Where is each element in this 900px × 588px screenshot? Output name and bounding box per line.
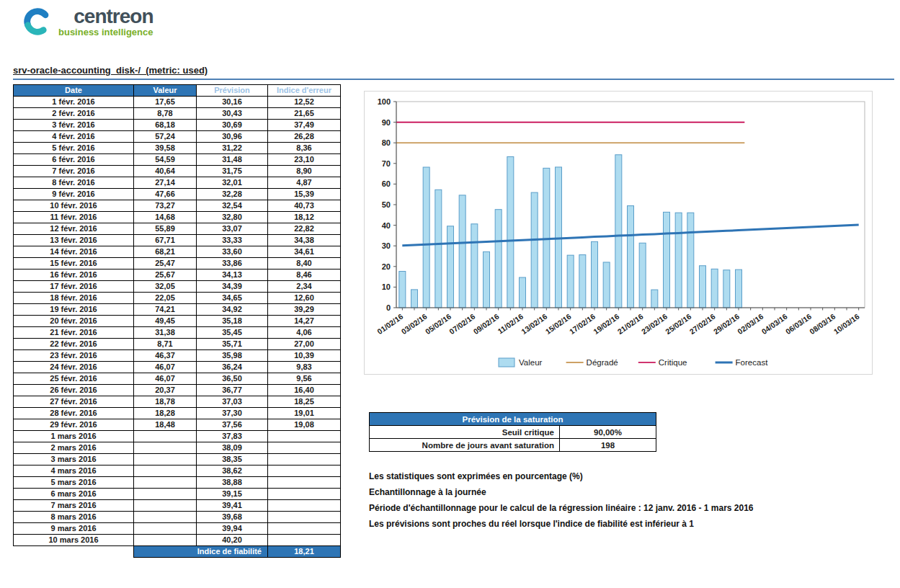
svg-text:02/03/16: 02/03/16: [736, 312, 765, 336]
table-cell: 23,10: [268, 154, 341, 166]
table-cell: 34,65: [197, 293, 268, 304]
svg-text:05/02/16: 05/02/16: [424, 312, 453, 336]
table-cell: 14,68: [134, 212, 197, 223]
svg-text:40: 40: [382, 221, 391, 230]
table-cell: 1 mars 2016: [14, 431, 134, 442]
table-cell: 18,12: [268, 212, 341, 223]
table-cell: 33,86: [197, 258, 268, 270]
svg-text:Forecast: Forecast: [736, 358, 769, 367]
table-cell: 26,28: [268, 131, 341, 143]
table-cell: 34,92: [197, 304, 268, 316]
table-cell: 27,14: [134, 177, 197, 189]
svg-text:11/02/16: 11/02/16: [496, 312, 525, 336]
table-cell: [134, 512, 197, 523]
saturation-value: 198: [560, 439, 656, 452]
table-cell: 31,75: [197, 166, 268, 177]
table-cell: 21 févr. 2016: [14, 327, 134, 339]
table-cell: 16 févr. 2016: [14, 270, 134, 281]
table-row: 7 févr. 201640,6431,758,90: [14, 166, 341, 177]
table-cell: [134, 431, 197, 442]
table-cell: 11 févr. 2016: [14, 212, 134, 223]
table-cell: 2,34: [268, 281, 341, 293]
table-cell: 24 févr. 2016: [14, 362, 134, 373]
svg-text:Valeur: Valeur: [519, 358, 543, 367]
table-row: 17 févr. 201632,0534,392,34: [14, 281, 341, 293]
saturation-label: Seuil critique: [370, 426, 560, 439]
table-cell: 25 févr. 2016: [14, 373, 134, 385]
svg-text:08/03/16: 08/03/16: [808, 312, 837, 336]
table-cell: 34,61: [268, 246, 341, 258]
table-row: 6 févr. 201654,5931,4823,10: [14, 154, 341, 166]
table-cell: 37,03: [197, 396, 268, 408]
table-cell: 22,82: [268, 223, 341, 235]
svg-text:70: 70: [382, 159, 391, 168]
table-cell: 15,39: [268, 189, 341, 200]
table-cell: 35,18: [197, 316, 268, 327]
table-cell: [134, 454, 197, 466]
table-cell: 46,07: [134, 362, 197, 373]
table-cell: 38,09: [197, 442, 268, 454]
note-line: Les prévisions sont proches du réel lors…: [369, 516, 754, 532]
table-cell: 10 mars 2016: [14, 535, 134, 546]
table-cell: [134, 489, 197, 500]
centreon-logo: centreon business intelligence: [22, 6, 153, 40]
table-cell: 34,39: [197, 281, 268, 293]
table-cell: 8,40: [268, 258, 341, 270]
table-cell: 31,38: [134, 327, 197, 339]
table-cell: 14 févr. 2016: [14, 246, 134, 258]
table-cell: 17,65: [134, 97, 197, 108]
table-row: 8 mars 201639,68: [14, 512, 341, 523]
table-cell: 22,05: [134, 293, 197, 304]
table-footer-row: Indice de fiabilité 18,21: [14, 546, 341, 558]
table-row: 7 mars 201639,41: [14, 500, 341, 512]
table-cell: 74,21: [134, 304, 197, 316]
table-cell: 10 févr. 2016: [14, 200, 134, 212]
table-cell: 57,24: [134, 131, 197, 143]
svg-text:80: 80: [382, 138, 391, 147]
table-cell: 39,58: [134, 143, 197, 154]
note-line: Les statistiques sont exprimées en pourc…: [369, 468, 754, 484]
table-cell: 12,52: [268, 97, 341, 108]
centreon-logo-icon: [22, 6, 53, 40]
svg-text:29/02/16: 29/02/16: [712, 312, 741, 336]
table-row: 2 mars 201638,09: [14, 442, 341, 454]
table-row: 4 mars 201638,62: [14, 466, 341, 477]
table-row: 27 févr. 201618,7837,0318,25: [14, 396, 341, 408]
table-cell: [268, 442, 341, 454]
table-cell: [134, 477, 197, 489]
table-row: 16 févr. 201625,6734,138,46: [14, 270, 341, 281]
table-cell: 37,56: [197, 419, 268, 431]
brand-name: centreon: [73, 6, 153, 27]
table-row: 23 févr. 201646,3735,9810,39: [14, 350, 341, 362]
table-cell: 35,45: [197, 327, 268, 339]
table-row: 8 févr. 201627,1432,014,87: [14, 177, 341, 189]
table-cell: 46,37: [134, 350, 197, 362]
table-row: 14 févr. 201668,2133,6034,61: [14, 246, 341, 258]
svg-text:21/02/16: 21/02/16: [615, 312, 644, 336]
table-cell: [268, 489, 341, 500]
table-cell: 38,62: [197, 466, 268, 477]
table-cell: 39,15: [197, 489, 268, 500]
svg-text:25/02/16: 25/02/16: [664, 312, 692, 336]
table-cell: [134, 466, 197, 477]
table-cell: 35,98: [197, 350, 268, 362]
table-row: 28 févr. 201618,2837,3019,01: [14, 408, 341, 419]
table-cell: [268, 454, 341, 466]
svg-text:13/02/16: 13/02/16: [520, 312, 548, 336]
svg-text:20: 20: [382, 262, 391, 271]
table-cell: 29 févr. 2016: [14, 419, 134, 431]
svg-text:07/02/16: 07/02/16: [447, 312, 476, 336]
table-cell: 8,46: [268, 270, 341, 281]
col-header-date: Date: [14, 85, 134, 97]
table-cell: 4 mars 2016: [14, 466, 134, 477]
svg-text:06/03/16: 06/03/16: [784, 312, 813, 336]
title-bar: srv-oracle-accounting disk-/ (metric: us…: [13, 63, 894, 80]
table-row: 5 févr. 201639,5831,228,36: [14, 143, 341, 154]
saturation-value: 90,00%: [560, 426, 656, 439]
table-cell: 3 mars 2016: [14, 454, 134, 466]
table-cell: 19,08: [268, 419, 341, 431]
svg-text:19/02/16: 19/02/16: [592, 312, 620, 336]
col-header-valeur: Valeur: [134, 85, 197, 97]
table-row: 6 mars 201639,15: [14, 489, 341, 500]
table-cell: 10,39: [268, 350, 341, 362]
